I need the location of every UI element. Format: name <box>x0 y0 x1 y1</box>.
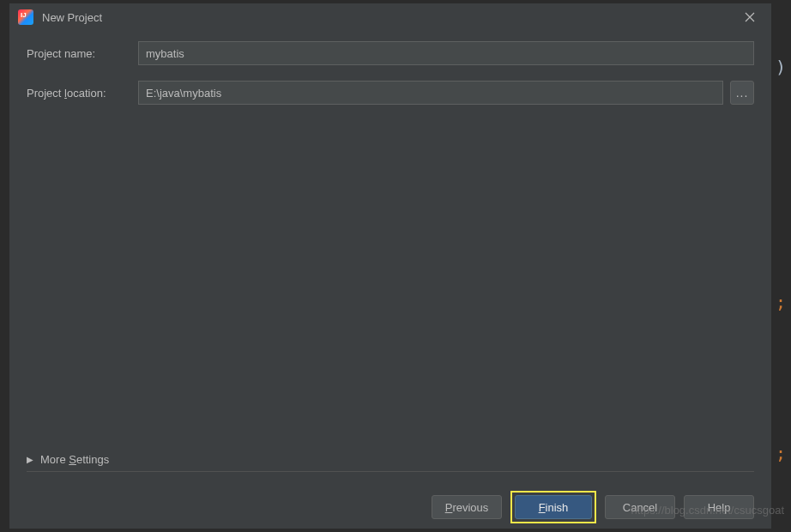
close-button[interactable] <box>737 4 763 30</box>
project-location-row: Project location: ... <box>27 81 754 105</box>
intellij-icon <box>18 9 33 25</box>
browse-location-button[interactable]: ... <box>730 81 754 105</box>
content-spacer <box>27 120 754 448</box>
code-paren: ) <box>776 57 786 77</box>
cancel-button[interactable]: Cancel <box>605 495 675 519</box>
help-button[interactable]: Help <box>684 495 754 519</box>
project-name-input[interactable] <box>138 41 754 65</box>
dialog-titlebar: New Project <box>9 3 771 31</box>
ellipsis-icon: ... <box>736 86 749 100</box>
dialog-button-bar: Previous Finish Cancel Help <box>9 486 771 529</box>
expand-right-icon: ▶ <box>27 455 33 464</box>
finish-focus-ring: Finish <box>510 491 596 523</box>
close-icon <box>745 12 755 22</box>
more-settings-label: More Settings <box>40 453 109 466</box>
project-name-row: Project name: <box>27 41 754 65</box>
project-name-label: Project name: <box>27 47 138 60</box>
more-settings-expander[interactable]: ▶ More Settings <box>27 448 754 472</box>
project-location-label: Project location: <box>27 87 138 100</box>
dialog-content: Project name: Project location: ... ▶ Mo… <box>9 31 771 486</box>
new-project-dialog: New Project Project name: Project locati… <box>9 3 772 529</box>
dialog-title: New Project <box>42 11 737 24</box>
code-semicolon: ; <box>776 292 786 312</box>
finish-button[interactable]: Finish <box>515 495 592 519</box>
code-semicolon: ; <box>776 443 786 463</box>
project-location-input[interactable] <box>138 81 723 105</box>
previous-button[interactable]: Previous <box>432 495 502 519</box>
